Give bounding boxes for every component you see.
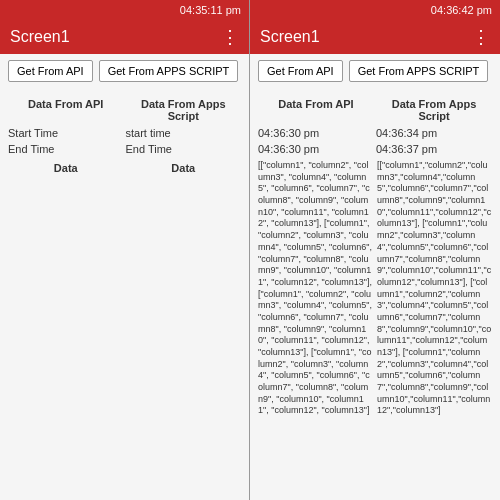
left-title-bar: Screen1 ⋮	[0, 20, 249, 54]
right-get-apps-script-button[interactable]: Get From APPS SCRIPT	[349, 60, 489, 82]
right-data-content-right: [["column1","column2","column3","column4…	[377, 160, 492, 417]
right-screen-title: Screen1	[260, 28, 320, 46]
right-apps-time2: 04:36:37 pm	[376, 142, 492, 156]
left-start-value: start time	[126, 126, 242, 140]
right-button-row: Get From API Get From APPS SCRIPT	[250, 54, 500, 88]
left-screen-title: Screen1	[10, 28, 70, 46]
left-phone-screen: 04:35:11 pm Screen1 ⋮ Get From API Get F…	[0, 0, 250, 500]
right-apps-time1: 04:36:34 pm	[376, 126, 492, 140]
left-end-label: End Time	[8, 142, 124, 156]
right-data-grid: Data From API Data From Apps Script 04:3…	[258, 94, 492, 156]
right-content-area: Data From API Data From Apps Script 04:3…	[250, 88, 500, 500]
right-api-time1: 04:36:30 pm	[258, 126, 374, 140]
left-time: 04:35:11 pm	[180, 4, 241, 16]
left-api-header: Data From API	[8, 94, 124, 124]
right-phone-screen: 04:36:42 pm Screen1 ⋮ Get From API Get F…	[250, 0, 500, 500]
right-api-header: Data From API	[258, 94, 374, 124]
left-data-footer-right: Data	[126, 158, 242, 176]
right-menu-icon[interactable]: ⋮	[472, 26, 490, 48]
right-data-content-left: [["column1", "column2", "column3", "colu…	[258, 160, 373, 417]
right-title-bar: Screen1 ⋮	[250, 20, 500, 54]
left-start-label: Start Time	[8, 126, 124, 140]
right-get-api-button[interactable]: Get From API	[258, 60, 343, 82]
left-button-row: Get From API Get From APPS SCRIPT	[0, 54, 249, 88]
right-api-time2: 04:36:30 pm	[258, 142, 374, 156]
left-menu-icon[interactable]: ⋮	[221, 26, 239, 48]
left-content-area: Data From API Data From Apps Script Star…	[0, 88, 249, 500]
left-data-grid: Data From API Data From Apps Script Star…	[8, 94, 241, 176]
left-data-footer-left: Data	[8, 158, 124, 176]
left-apps-header: Data From Apps Script	[126, 94, 242, 124]
right-status-bar: 04:36:42 pm	[250, 0, 500, 20]
right-apps-header: Data From Apps Script	[376, 94, 492, 124]
right-time: 04:36:42 pm	[431, 4, 492, 16]
left-status-bar: 04:35:11 pm	[0, 0, 249, 20]
left-get-apps-script-button[interactable]: Get From APPS SCRIPT	[99, 60, 239, 82]
left-get-api-button[interactable]: Get From API	[8, 60, 93, 82]
left-end-value: End Time	[126, 142, 242, 156]
